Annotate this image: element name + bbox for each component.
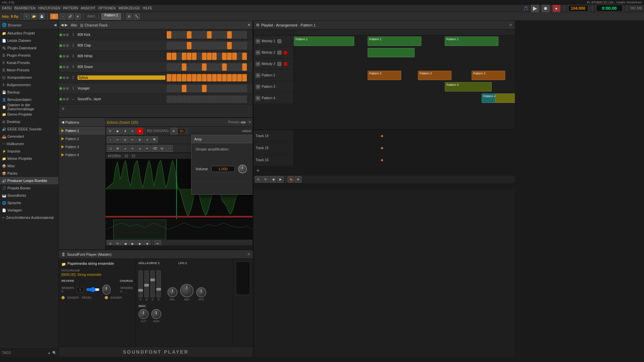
sidebar-item-zwischenablage[interactable]: 📋 Dateien in der Zwischenablage <box>0 103 58 111</box>
step-4[interactable] <box>182 85 186 92</box>
step-7[interactable] <box>197 85 202 92</box>
step-2[interactable] <box>172 53 176 60</box>
step-16[interactable] <box>242 63 247 71</box>
mute-dot[interactable] <box>66 34 69 36</box>
step-6[interactable] <box>192 63 197 71</box>
reverb-knob[interactable] <box>102 285 111 295</box>
input-mode[interactable]: ⊕ <box>170 128 177 134</box>
step-15[interactable] <box>237 42 242 49</box>
step-10[interactable] <box>212 63 217 71</box>
step-1[interactable] <box>167 53 171 60</box>
step-3[interactable] <box>177 96 181 103</box>
step-8[interactable] <box>202 42 207 49</box>
record-btn[interactable]: ● <box>552 5 560 12</box>
vol-btn[interactable] <box>277 62 281 66</box>
step-4[interactable] <box>182 53 186 60</box>
ch-name[interactable]: Sytrus <box>77 75 165 80</box>
step-1[interactable] <box>167 31 171 39</box>
anchor-btn[interactable]: ⊙ <box>129 145 136 152</box>
step-11[interactable] <box>217 42 222 49</box>
pl-bookmark[interactable]: ⊕ <box>295 176 302 183</box>
sidebar-item-packs[interactable]: 📦 Packs <box>0 170 58 177</box>
step-11[interactable] <box>217 63 222 71</box>
ch-name[interactable]: 808 Clap <box>77 44 165 47</box>
step-14[interactable] <box>232 85 237 92</box>
step-2[interactable] <box>172 85 176 92</box>
sidebar-item-kompositionen[interactable]: 🎼 Kompositionen <box>0 74 58 81</box>
step-10[interactable] <box>212 42 217 49</box>
step-8[interactable] <box>202 96 207 103</box>
arrow-btn[interactable]: → <box>60 13 66 19</box>
pl-snap[interactable]: ⊙ <box>255 176 262 183</box>
step-1[interactable] <box>167 85 171 92</box>
mute-dot[interactable] <box>66 66 69 68</box>
step-8[interactable] <box>202 63 207 71</box>
step-3[interactable] <box>177 42 181 49</box>
step-13[interactable] <box>227 31 232 39</box>
sidebar-item-mixer-presets[interactable]: 🎛 Mixer-Presets <box>0 66 58 74</box>
step-11[interactable] <box>217 53 222 60</box>
step-12[interactable] <box>222 31 227 39</box>
tags-search[interactable]: 🔍 <box>52 351 56 355</box>
pattern-item-2[interactable]: Pattern 2 <box>59 135 105 143</box>
volume-knob[interactable] <box>238 165 247 173</box>
draw-btn[interactable]: ✏ <box>144 145 151 152</box>
reverb-slider[interactable] <box>86 287 100 292</box>
s-fader[interactable] <box>151 270 155 297</box>
sidebar-item-hullkurven[interactable]: 〰 Hüllkurven <box>0 140 58 147</box>
pattern-selector[interactable]: Pattern 1 <box>101 13 121 20</box>
step-5[interactable] <box>187 74 192 81</box>
sidebar-item-benutzerdaten[interactable]: 👤 Benutzerdaten <box>0 96 58 103</box>
menu-item-datei[interactable]: DATEI <box>2 6 12 10</box>
step-12[interactable] <box>222 63 227 71</box>
r-fader[interactable] <box>157 270 161 297</box>
pattern-item-4[interactable]: Pattern 4 <box>59 151 105 159</box>
sidebar-item-backup[interactable]: 💾 Backup <box>0 88 58 96</box>
step-8[interactable] <box>202 74 207 81</box>
step-13[interactable] <box>227 42 232 49</box>
step-7[interactable] <box>197 42 202 49</box>
step-12[interactable] <box>222 85 227 92</box>
del-knob[interactable] <box>167 287 177 297</box>
save-btn[interactable]: 💾 <box>39 13 45 19</box>
solo-dot[interactable] <box>63 55 65 58</box>
loop-btn[interactable]: ↻ <box>107 128 114 134</box>
loop-sel-btn[interactable]: ⊞ <box>114 145 121 152</box>
channel-rack-btn[interactable]: ||| <box>50 13 58 19</box>
sidebar-item-kanal-presets[interactable]: 🎚 Kanal-Presets <box>0 59 58 66</box>
step-3[interactable] <box>177 53 181 60</box>
active-dot[interactable] <box>59 34 62 36</box>
crop-btn[interactable]: ⊡ <box>122 136 128 143</box>
menu-item-bearbeiten[interactable]: BEARBEITEN <box>14 6 36 10</box>
clip-p3[interactable]: Pattern 3 <box>445 82 492 92</box>
sidebar-collapse[interactable]: ◀ <box>54 23 56 27</box>
open-btn[interactable]: 📂 <box>31 13 37 19</box>
edison-nav-prev[interactable]: ◀ <box>240 120 243 124</box>
amt-knob[interactable] <box>180 284 194 297</box>
step-2[interactable] <box>172 96 176 103</box>
step-6[interactable] <box>192 31 197 39</box>
select-btn[interactable]: ◻ <box>107 145 114 152</box>
sidebar-item-eeee[interactable]: 🔊 EEEE EEEE Sounds <box>0 125 58 133</box>
mute-dot[interactable] <box>66 98 69 101</box>
step-3[interactable] <box>177 85 181 92</box>
step-11[interactable] <box>217 31 222 39</box>
pl-prev[interactable]: ◀ <box>270 176 276 183</box>
step-16[interactable] <box>242 42 247 49</box>
step-13[interactable] <box>227 85 232 92</box>
sidebar-item-impulse[interactable]: ⚡ Impulse <box>0 147 58 155</box>
mute-dot[interactable] <box>66 87 69 90</box>
new-btn[interactable]: + <box>23 13 30 19</box>
step-13[interactable] <box>227 96 232 103</box>
step-9[interactable] <box>207 63 212 71</box>
step-10[interactable] <box>212 74 217 81</box>
active-dot[interactable] <box>59 87 62 90</box>
folder-icon[interactable]: 📁 <box>61 262 66 266</box>
step-1[interactable] <box>167 74 171 81</box>
sidebar-item-aktuelles-projekt[interactable]: 📁 Aktuelles Projekt <box>0 29 58 37</box>
step-16[interactable] <box>242 53 247 60</box>
step-16[interactable] <box>242 96 247 103</box>
step-10[interactable] <box>212 96 217 103</box>
step-16[interactable] <box>242 31 247 39</box>
ch-nav-prev[interactable]: ◀ <box>61 23 63 27</box>
